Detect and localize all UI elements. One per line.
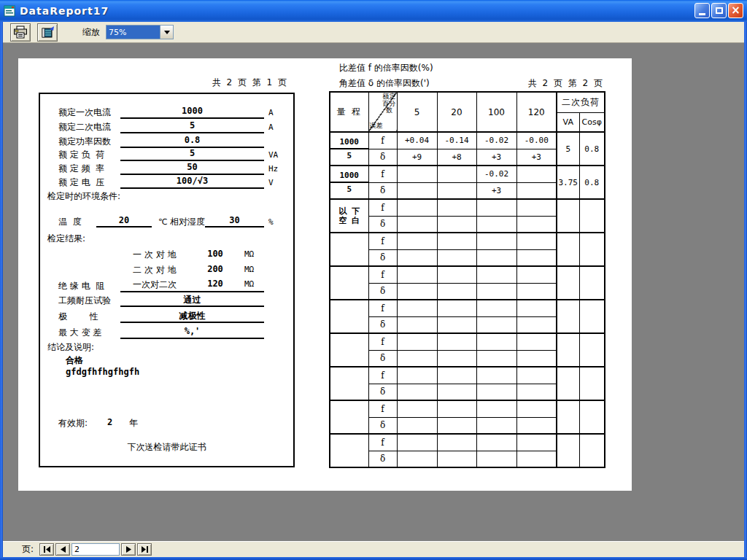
prev-page-button[interactable] (55, 543, 70, 556)
f-value-cell: -0.02 (476, 132, 516, 149)
range-bottom: 空 白 (330, 216, 368, 225)
f-value-cell (397, 300, 437, 316)
f-value-cell (397, 367, 437, 384)
field-value: 1000 (120, 106, 264, 119)
f-value-cell: -0.02 (476, 166, 516, 182)
delta-value-cell (437, 451, 476, 467)
f-label-cell: f (368, 266, 397, 283)
f-value-cell (437, 367, 476, 384)
humidity-unit: % (268, 217, 274, 227)
f-value-cell (437, 233, 476, 249)
percent-header: 20 (437, 92, 476, 132)
delta-value-cell (437, 384, 476, 400)
withstand-value: 通过 (120, 294, 264, 307)
temperature-humidity-row: 温 度 20 ℃ 相对湿度 30 % (40, 215, 293, 228)
f-value-cell (476, 199, 516, 216)
range-cell (330, 266, 368, 300)
range-top: 1000 (330, 171, 368, 180)
delta-value-cell (516, 316, 557, 333)
cos-cell: 0.8 (579, 166, 605, 199)
delta-value-cell (476, 216, 516, 233)
insulation-row-label: 二 次 对 地 (133, 264, 176, 276)
insulation-row-value: 100 (190, 249, 241, 259)
prev-page-icon (60, 546, 66, 553)
status-bar: 页: (3, 541, 744, 557)
maximize-button[interactable] (711, 3, 727, 18)
delta-label-cell: δ (368, 384, 397, 400)
cos-cell (579, 300, 605, 333)
delta-value-cell (437, 316, 476, 333)
export-button[interactable] (37, 23, 58, 42)
va-cell (557, 266, 579, 300)
delta-value-cell (397, 283, 437, 300)
minimize-button[interactable] (694, 3, 710, 18)
rated-field-row: 额定一次电流 1000 A (40, 106, 293, 118)
close-button[interactable]: × (728, 3, 743, 18)
delta-value-cell: +3 (516, 149, 557, 166)
delta-value-cell (397, 451, 437, 467)
insulation-row-unit: MΩ (244, 249, 254, 259)
validity-label: 有效期: (58, 417, 88, 429)
print-button[interactable] (10, 23, 31, 42)
zoom-value: 75% (107, 26, 160, 39)
range-cell: 10005 (330, 166, 368, 199)
last-page-button[interactable] (137, 543, 152, 556)
f-value-cell (476, 333, 516, 350)
delta-value-cell (516, 249, 557, 266)
field-unit: V (268, 178, 274, 187)
f-value-cell (476, 233, 516, 249)
chevron-down-icon (164, 31, 170, 34)
minimize-icon (699, 13, 705, 15)
f-value-cell: -0.14 (437, 132, 476, 149)
delta-value-cell (437, 417, 476, 434)
close-icon: × (731, 5, 740, 16)
delta-value-cell (516, 216, 557, 233)
va-cell (557, 434, 579, 467)
zoom-dropdown-button[interactable] (160, 26, 173, 39)
cos-cell (579, 367, 605, 400)
page-number-input[interactable] (71, 543, 120, 556)
preview-canvas: 共 2 页 第 1 页 额定一次电流 1000 A 额定二次电流 5 A 额定功… (3, 43, 744, 541)
rated-field-row: 额 定 频 率 50 Hz (40, 162, 293, 174)
title-bar: DataReport17 × (0, 0, 747, 22)
delta-label-cell: δ (368, 316, 397, 333)
delta-value-cell (397, 350, 437, 367)
variation-row: 最 大 变 差 %,' (40, 326, 293, 338)
delta-value-cell (516, 182, 557, 199)
table-group-f-row: f (330, 367, 605, 384)
withstand-row: 工频耐压试验 通过 (40, 294, 293, 306)
next-page-button[interactable] (121, 543, 136, 556)
f-value-cell (476, 300, 516, 316)
footer-note: 下次送检请带此证书 (40, 441, 293, 454)
f-value-cell (516, 266, 557, 283)
table-group-f-row: f (330, 400, 605, 417)
va-cell (557, 333, 579, 367)
f-value-cell (437, 400, 476, 417)
page2-indicator: 共 2 页 第 2 页 (465, 77, 604, 90)
printer-icon (12, 26, 28, 39)
temperature-unit: ℃ (158, 217, 167, 227)
table-group-f-row: f (330, 333, 605, 350)
delta-value-cell (437, 283, 476, 300)
polarity-value: 减极性 (120, 310, 264, 323)
window-border-left (0, 22, 3, 557)
delta-value-cell (437, 182, 476, 199)
delta-value-cell (516, 417, 557, 434)
insulation-row-label: 一 次 对 地 (133, 249, 176, 261)
f-value-cell (476, 367, 516, 384)
fraction-line (330, 148, 368, 149)
va-cell: 5 (557, 132, 579, 166)
validity-value: 2 (107, 417, 112, 427)
f-label-cell: f (368, 367, 397, 384)
range-header: 量 程 (330, 92, 368, 132)
table-group-f-row: f (330, 233, 605, 249)
error-table: 量 程 额定 百分 数 误差 5 20 100 120 二次负荷 (329, 91, 605, 468)
delta-value-cell: +8 (437, 149, 476, 166)
field-label: 额定二次电流 (58, 121, 111, 133)
first-page-button[interactable] (39, 543, 54, 556)
insulation-row-value: 200 (190, 264, 241, 274)
polarity-label: 极 性 (58, 311, 98, 323)
zoom-combobox[interactable]: 75% (106, 25, 174, 39)
export-icon (39, 26, 55, 39)
f-label-cell: f (368, 400, 397, 417)
